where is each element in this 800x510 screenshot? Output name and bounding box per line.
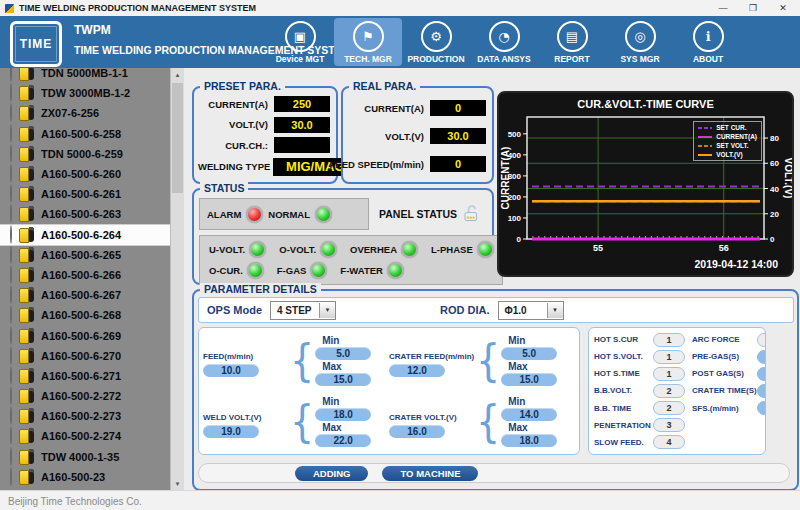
fault-indicator: F-WATER xyxy=(340,262,404,279)
svg-text:100: 100 xyxy=(508,214,522,223)
ops-mode-select[interactable]: 4 STEP ▼ xyxy=(270,301,336,320)
device-list-item[interactable]: A160-500-6-267 xyxy=(0,285,171,305)
device-list-item[interactable]: A160-500-6-271 xyxy=(0,366,171,386)
device-label: A160-500-6-260 xyxy=(41,168,121,180)
param-value-field[interactable]: 1.0 xyxy=(757,350,766,364)
device-list-item[interactable]: A160-500-6-264 xyxy=(0,225,171,245)
device-list-item[interactable]: ZX07-6-256 xyxy=(0,103,171,123)
device-label: A160-500-6-268 xyxy=(41,309,121,321)
param-value-field[interactable]: 1 xyxy=(653,367,685,381)
device-list-item[interactable]: A160-500-6-261 xyxy=(0,184,171,204)
min-value-field[interactable]: 18.0 xyxy=(315,408,371,421)
nav-tab[interactable]: ℹ ABOUT xyxy=(674,18,742,66)
scrollbar-thumb[interactable] xyxy=(172,83,183,193)
legend-swatch xyxy=(698,127,712,129)
sidebar-scrollbar[interactable]: ▲ ▼ xyxy=(170,68,184,490)
device-label: A160-500-6-264 xyxy=(41,229,121,241)
nav-tab[interactable]: ◎ SYS MGR xyxy=(606,18,674,66)
device-list-item[interactable]: TDN 5000-6-259 xyxy=(0,144,171,164)
param-value-field[interactable]: 16.0 xyxy=(389,425,445,438)
param-value-field[interactable]: 3 xyxy=(653,418,685,432)
nav-tab[interactable]: ⚙ PRODUCTION xyxy=(402,18,470,66)
nav-tab[interactable]: ⚑ TECH. MGR xyxy=(334,18,402,66)
brace-glyph xyxy=(290,339,314,383)
device-list-item[interactable]: A160-500-6-268 xyxy=(0,305,171,325)
device-label: A160-500-6-261 xyxy=(41,188,121,200)
adding-button[interactable]: ADDING xyxy=(295,466,368,481)
nav-label: TECH. MGR xyxy=(344,54,392,64)
max-value-field[interactable]: 15.0 xyxy=(501,373,557,386)
status-bar: Beijing Time Technologies Co. xyxy=(0,490,800,510)
device-list-item[interactable]: A160-500-23 xyxy=(0,467,171,487)
device-label: A160-500-2-272 xyxy=(41,390,121,402)
param-value-field[interactable]: 5 xyxy=(757,333,766,347)
panel-title: REAL PARA. xyxy=(349,80,420,92)
min-value-field[interactable]: 14.0 xyxy=(501,408,557,421)
device-list-item[interactable]: A160-500-6-258 xyxy=(0,124,171,144)
min-value-field[interactable]: 5.0 xyxy=(315,347,371,360)
scroll-up-icon[interactable]: ▲ xyxy=(171,68,184,81)
rod-dia-select[interactable]: Φ1.0 ▼ xyxy=(498,301,564,320)
svg-text:80: 80 xyxy=(770,134,779,143)
fault-indicator: L-PHASE xyxy=(431,241,494,258)
fault-led xyxy=(249,241,266,258)
device-list-item[interactable]: A160-500-6-270 xyxy=(0,346,171,366)
device-label: A160-500-6-266 xyxy=(41,269,121,281)
param-value-field[interactable]: 2 xyxy=(653,384,685,398)
welder-machine-icon xyxy=(19,408,34,424)
max-value-field[interactable]: 22.0 xyxy=(315,434,371,447)
maximize-button[interactable]: ❐ xyxy=(738,0,768,16)
param-value-field[interactable]: 1.2 xyxy=(757,367,766,381)
max-value-field[interactable]: 15.0 xyxy=(315,373,371,386)
param-label: WELD VOLT.(V) xyxy=(203,413,289,422)
param-value-field[interactable]: 4 xyxy=(653,435,685,449)
device-list-item[interactable]: A160-500-6-265 xyxy=(0,245,171,265)
device-status-led xyxy=(10,386,12,405)
device-list-item[interactable]: TDN 5000MB-1-1 xyxy=(0,68,171,83)
app-window: TIME WELDING PRODUCTION MANAGEMENT SYSTE… xyxy=(0,0,800,510)
device-list-item[interactable]: TDW 3000MB-1-2 xyxy=(0,83,171,103)
device-list-item[interactable]: A160-500-2-274 xyxy=(0,426,171,446)
device-list-item[interactable]: A160-500-2-272 xyxy=(0,386,171,406)
param-value-field[interactable]: 1.5 xyxy=(757,384,766,398)
scroll-down-icon[interactable]: ▼ xyxy=(171,477,184,490)
device-label: A160-500-23 xyxy=(41,471,105,483)
device-status-led xyxy=(10,326,12,345)
advanced-param-row: HOT S.VOLT. 1 PRE-GAS(S) 1.0 xyxy=(594,349,760,364)
nav-tab[interactable]: ▤ REPORT xyxy=(538,18,606,66)
legend-swatch xyxy=(698,136,712,138)
param-value-field[interactable] xyxy=(757,401,766,415)
device-status-led xyxy=(10,366,12,385)
device-label: TDW 4000-1-35 xyxy=(41,451,119,463)
nav-tab[interactable]: ▣ Device MGT xyxy=(266,18,334,66)
device-list-item[interactable]: TDW 4000-1-35 xyxy=(0,447,171,467)
param-value-field[interactable]: 2 xyxy=(653,401,685,415)
chevron-down-icon[interactable]: ▼ xyxy=(319,303,335,318)
to-machine-button[interactable]: TO MACHINE xyxy=(382,466,478,481)
fault-led xyxy=(401,241,418,258)
param-value-field[interactable]: 1 xyxy=(653,350,685,364)
advanced-param-row: HOT S.CUR 1 ARC FORCE 5 xyxy=(594,332,760,347)
param-value-field[interactable]: 12.0 xyxy=(389,364,445,377)
device-list-item[interactable]: A160-500-6-266 xyxy=(0,265,171,285)
device-status-led xyxy=(10,285,12,304)
device-label: ZX07-6-256 xyxy=(41,107,99,119)
min-value-field[interactable]: 5.0 xyxy=(501,347,557,360)
device-list-item[interactable]: A160-500-6-260 xyxy=(0,164,171,184)
unlock-icon[interactable] xyxy=(462,204,481,223)
device-list-item[interactable]: A160-500-2-273 xyxy=(0,406,171,426)
max-value-field[interactable]: 18.0 xyxy=(501,434,557,447)
device-list-item[interactable]: A160-500-6-269 xyxy=(0,325,171,345)
chart-timestamp: 2019-04-12 14:00 xyxy=(695,258,778,270)
min-label: Min xyxy=(322,396,371,407)
param-value-field[interactable]: 10.0 xyxy=(203,364,259,377)
param-value-field[interactable]: 1 xyxy=(653,333,685,347)
param-value-field[interactable]: 19.0 xyxy=(203,425,259,438)
fault-label: F-GAS xyxy=(277,265,307,276)
field-label: VOLT.(V) xyxy=(229,119,268,130)
device-list-item[interactable]: A160-500-6-263 xyxy=(0,204,171,224)
nav-tab[interactable]: ◔ DATA ANSYS xyxy=(470,18,538,66)
close-button[interactable]: ✕ xyxy=(768,0,798,16)
minimize-button[interactable]: — xyxy=(708,0,738,16)
chevron-down-icon[interactable]: ▼ xyxy=(547,303,563,318)
